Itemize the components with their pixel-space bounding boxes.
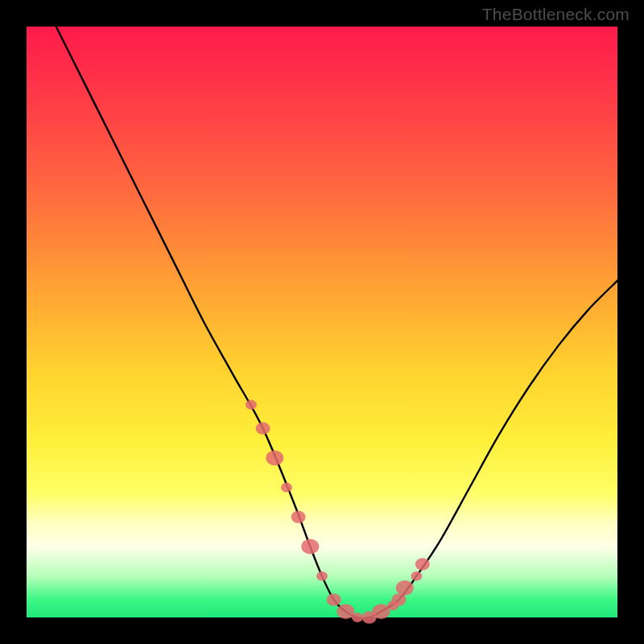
chart-frame: TheBottleneck.com <box>0 0 644 644</box>
marker-dot <box>327 593 341 605</box>
watermark-text: TheBottleneck.com <box>482 5 630 24</box>
marker-dot <box>396 580 414 596</box>
bottleneck-curve-path <box>56 27 617 618</box>
marker-dot <box>415 558 430 570</box>
marker-dot <box>266 450 283 465</box>
marker-group <box>246 400 430 624</box>
marker-dot <box>246 400 257 410</box>
marker-dot <box>372 604 390 619</box>
marker-dot <box>256 422 270 434</box>
marker-dot <box>301 539 319 555</box>
marker-dot <box>391 593 406 605</box>
marker-dot <box>316 572 328 581</box>
marker-dot <box>336 604 354 619</box>
marker-dot <box>281 483 292 493</box>
marker-dot <box>411 572 422 581</box>
marker-dot <box>291 511 306 523</box>
marker-dot <box>352 613 363 622</box>
curve-layer <box>27 27 617 617</box>
plot-area <box>27 27 617 617</box>
